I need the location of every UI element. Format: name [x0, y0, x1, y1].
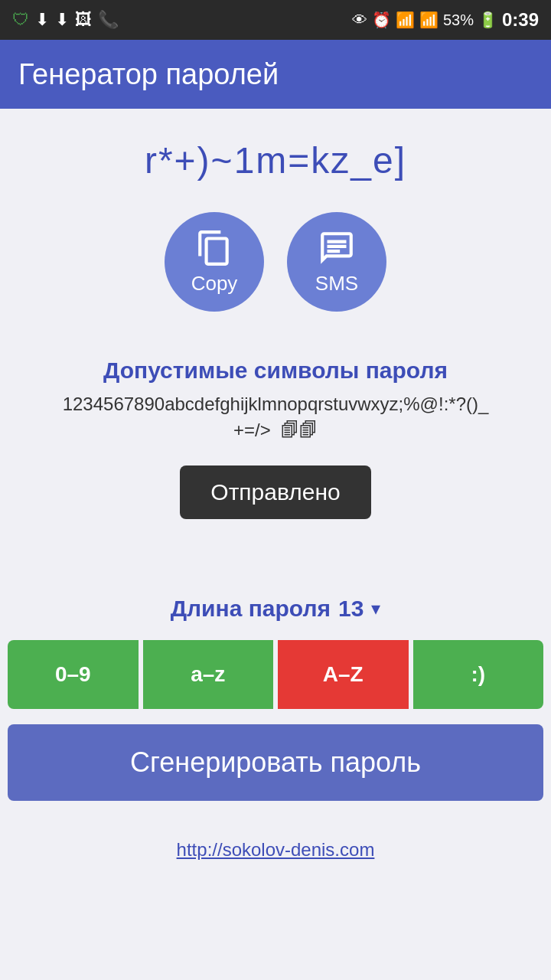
image-icon: 🖼 [75, 10, 92, 30]
sms-button[interactable]: SMS [287, 212, 386, 312]
app-bar-title: Генератор паролей [18, 58, 279, 91]
charset-smile-button[interactable]: :) [413, 640, 544, 709]
charset-az-button[interactable]: a–z [143, 640, 274, 709]
length-label: Длина пароля [171, 596, 331, 622]
status-bar: 🛡 ⬇ ⬇ 🖼 📞 👁 ⏰ 📶 📶 53% 🔋 0:39 [0, 0, 551, 40]
toast: Отправлено [180, 466, 370, 519]
chars-section: Допустимые символы пароля 1234567890abcd… [15, 358, 536, 443]
shield-icon: 🛡 [12, 10, 29, 30]
battery-text: 53% [443, 11, 474, 29]
copy-icon [195, 229, 233, 267]
chars-title: Допустимые символы пароля [15, 358, 536, 384]
alarm-icon: ⏰ [372, 11, 391, 29]
length-value: 13 [338, 596, 364, 622]
download-icon-1: ⬇ [35, 10, 49, 30]
wifi-icon: 📶 [396, 11, 415, 29]
action-buttons: Copy SMS [165, 212, 386, 312]
status-right-icons: 👁 ⏰ 📶 📶 53% 🔋 0:39 [352, 9, 539, 31]
charset-AZ-label: A–Z [323, 662, 364, 686]
sms-label: SMS [315, 272, 358, 296]
viber-icon: 📞 [98, 10, 119, 30]
main-content: r*+)~1m=kz_e] Copy SMS Допустимые символ… [0, 109, 551, 891]
charset-smile-label: :) [471, 662, 485, 686]
sms-icon [318, 229, 356, 267]
status-time: 0:39 [502, 9, 539, 31]
download-icon-2: ⬇ [55, 10, 69, 30]
charset-az-label: a–z [191, 662, 225, 686]
password-display: r*+)~1m=kz_e] [145, 139, 406, 181]
footer: http://sokolov-denis.com [177, 824, 375, 876]
charset-buttons: 0–9 a–z A–Z :) [8, 640, 543, 709]
chars-value: 1234567890abcdefghijklmnopqrstuvwxyz;%@!… [15, 391, 536, 443]
battery-icon: 🔋 [478, 11, 497, 29]
dropdown-arrow-icon[interactable]: ▾ [371, 598, 380, 619]
generate-label: Сгенерировать пароль [130, 746, 421, 778]
charset-0-9-label: 0–9 [55, 662, 91, 686]
signal-icon: 📶 [419, 11, 439, 29]
length-section: Длина пароля 13 ▾ [171, 596, 381, 622]
footer-link[interactable]: http://sokolov-denis.com [177, 839, 375, 860]
toast-message: Отправлено [210, 479, 340, 505]
app-bar: Генератор паролей [0, 40, 551, 109]
charset-AZ-button[interactable]: A–Z [278, 640, 409, 709]
copy-button[interactable]: Copy [165, 212, 264, 312]
status-left-icons: 🛡 ⬇ ⬇ 🖼 📞 [12, 10, 119, 30]
copy-label: Copy [191, 272, 238, 296]
charset-0-9-button[interactable]: 0–9 [8, 640, 139, 709]
eye-icon: 👁 [352, 11, 367, 29]
generate-button[interactable]: Сгенерировать пароль [8, 724, 543, 801]
